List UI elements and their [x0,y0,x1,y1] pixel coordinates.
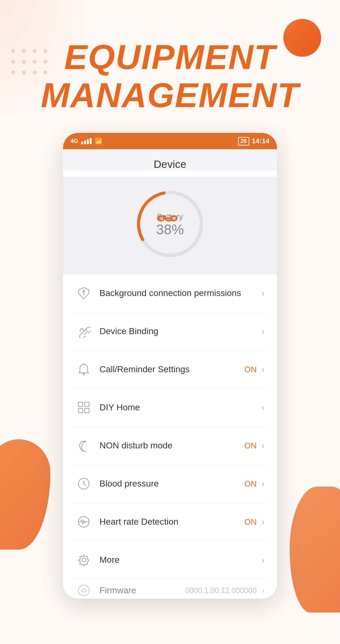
svg-point-22 [82,558,86,562]
svg-rect-18 [78,408,83,413]
grid-icon [76,399,92,416]
chevron-right-icon: › [262,441,264,451]
heart-rate-label: Heart rate Detection [99,517,244,527]
chevron-right-icon: › [262,586,264,596]
firmware-version: 0000.1.00.12.000000 [185,586,257,595]
battery-indicator: 26 [238,137,249,145]
call-reminder-label: Call/Reminder Settings [99,364,244,374]
wifi-icon: 📶 [95,137,103,145]
bg-orange-shape-left [0,439,50,550]
firmware-label: Firmware [99,585,185,596]
background-permissions-label: Background connection permissions [99,288,262,298]
menu-item-heart-rate[interactable]: Heart rate Detection ON › [72,503,268,541]
chevron-right-icon: › [262,365,264,374]
svg-point-14 [83,374,84,375]
menu-item-diy-home[interactable]: DIY Home › [72,389,268,427]
heart-rate-status: ON [244,517,257,527]
gear-icon [76,552,92,568]
svg-rect-16 [78,402,83,407]
menu-item-call-reminder[interactable]: Call/Reminder Settings ON › [72,350,268,389]
blood-pressure-status: ON [244,479,257,489]
battery-info: Battery 38% [156,211,184,237]
status-bar: 4G 📶 26 14:14 [63,133,277,149]
battery-circle: Battery 38% [132,186,208,262]
menu-item-background-permissions[interactable]: Background connection permissions › [72,274,268,312]
chevron-right-icon: › [262,555,264,565]
more-label: More [99,555,262,565]
svg-rect-19 [85,408,89,413]
status-left: 4G 📶 [71,137,103,145]
device-binding-label: Device Binding [99,326,262,336]
chevron-right-icon: › [262,403,264,413]
device-header: Device [63,149,277,170]
status-right: 26 14:14 [238,137,269,145]
menu-item-more[interactable]: More › [72,541,268,579]
shield-icon [76,285,92,301]
menu-item-non-disturb[interactable]: NON disturb mode ON › [72,427,268,465]
diy-home-label: DIY Home [99,402,262,413]
menu-item-blood-pressure[interactable]: Blood pressure ON › [72,465,268,503]
signal-4g: 4G [71,138,78,145]
non-disturb-status: ON [244,441,257,451]
signal-bars [81,138,92,144]
clock-heart-icon [76,476,92,492]
time-display: 14:14 [252,137,269,145]
menu-item-device-binding[interactable]: Device Binding › [72,312,268,350]
menu-item-firmware[interactable]: Firmware 0000.1.00.12.000000 › [72,579,268,599]
link-icon [76,323,92,339]
device-title: Device [63,158,277,170]
blood-pressure-label: Blood pressure [99,479,244,489]
firmware-icon [76,582,92,599]
bg-orange-shape-right [290,487,340,613]
chevron-right-icon: › [262,288,264,298]
non-disturb-label: NON disturb mode [99,441,244,451]
battery-section: Battery 38% [63,177,277,274]
page-title: EQUIPMENT MANAGEMENT [0,0,340,114]
svg-rect-17 [85,402,89,407]
phone-mockup: 4G 📶 26 14:14 Device [63,133,277,599]
moon-icon [76,437,92,454]
call-reminder-status: ON [244,365,257,374]
bell-icon [76,361,92,378]
heart-rate-icon [76,514,92,530]
chevron-right-icon: › [262,479,264,489]
chevron-right-icon: › [262,517,264,527]
svg-point-23 [78,585,89,596]
menu-list: Background connection permissions › Devi… [63,274,277,599]
chevron-right-icon: › [262,327,264,336]
